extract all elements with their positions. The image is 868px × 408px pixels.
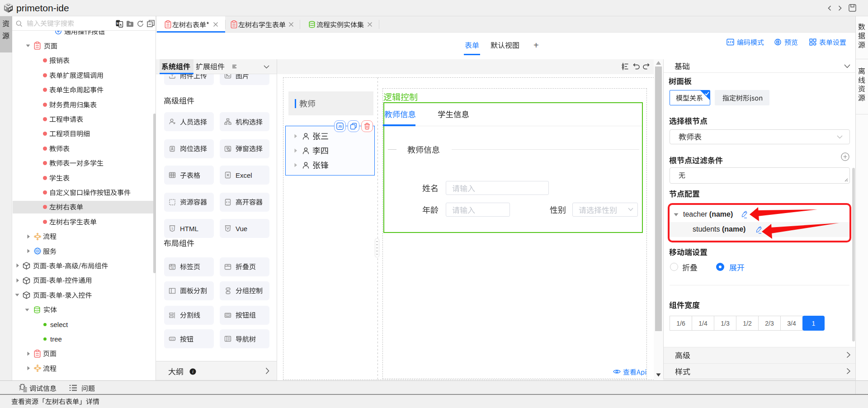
svg-text:i: i — [192, 370, 193, 374]
svg-text:BTN: BTN — [226, 314, 230, 316]
svg-text:Tab: Tab — [170, 266, 174, 269]
svg-text:BTN: BTN — [170, 338, 174, 340]
svg-text:5: 5 — [171, 227, 173, 230]
svg-text:JS: JS — [338, 125, 342, 128]
